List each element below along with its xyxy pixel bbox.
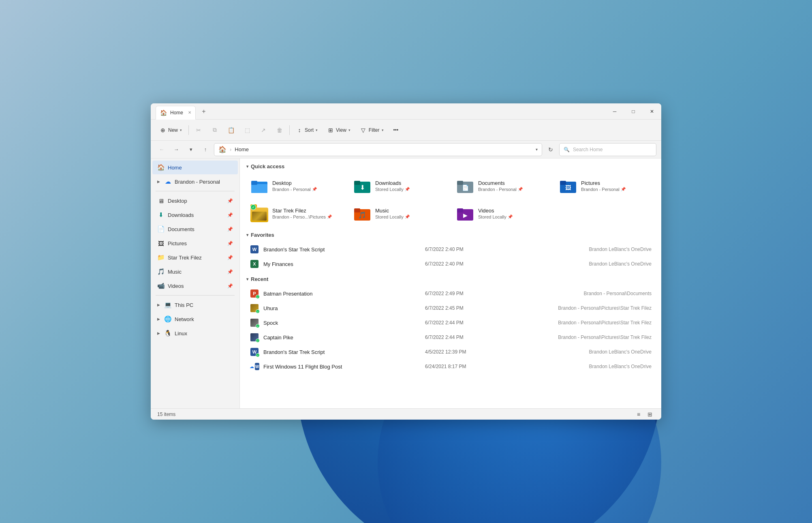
qa-music[interactable]: 🎵 Music Stored Locally 📌	[349, 201, 449, 225]
spock-status: ✓	[256, 324, 260, 328]
pictures-info: Pictures Brandon - Personal 📌	[581, 180, 626, 192]
sort-button[interactable]: ↕ Sort ▾	[292, 123, 322, 137]
quick-access-label: Quick access	[251, 163, 284, 169]
uhura-date: 6/7/2022 2:45 PM	[425, 305, 490, 311]
cut-button[interactable]: ✂	[191, 123, 206, 137]
sidebar-item-thispc[interactable]: ▶ 💻 This PC	[152, 298, 238, 312]
pictures-folder-icon: 🖼	[559, 177, 577, 195]
sidebar-item-linux[interactable]: ▶ 🐧 Linux	[152, 326, 238, 340]
videos-info: Videos Stored Locally 📌	[478, 208, 513, 219]
videos-icon: 📹	[157, 282, 165, 289]
batman-name: Batman Presentation	[263, 291, 421, 297]
finances-name: My Finances	[263, 261, 421, 267]
sidebar-item-music[interactable]: 🎵 Music 📌	[152, 265, 238, 279]
startrek-script2-icon: W ✓	[250, 347, 259, 357]
recent-header[interactable]: ▾ Recent	[246, 276, 655, 282]
address-chevron: ▾	[536, 147, 538, 152]
address-box[interactable]: 🏠 › Home ▾	[214, 143, 542, 156]
sidebar-item-documents[interactable]: 📄 Documents 📌	[152, 222, 238, 236]
sidebar-item-network[interactable]: ▶ 🌐 Network	[152, 312, 238, 326]
sidebar-item-desktop[interactable]: 🖥 Desktop 📌	[152, 194, 238, 208]
list-item-startrek-script2[interactable]: W ✓ Brandon's Star Trek Script 4/5/2022 …	[246, 345, 655, 359]
sidebar-item-home[interactable]: 🏠 Home	[152, 161, 238, 174]
minimize-button[interactable]: ─	[605, 105, 624, 118]
filter-button[interactable]: ▽ Filter ▾	[356, 123, 388, 137]
copy-icon: ⧉	[212, 127, 218, 133]
tab-close-icon[interactable]: ✕	[188, 110, 191, 115]
sidebar-item-brandon-personal[interactable]: ▶ ☁ Brandon - Personal	[152, 175, 238, 189]
tab-bar: 🏠 Home ✕ +	[156, 103, 605, 119]
list-item-startrek-script[interactable]: W Brandon's Star Trek Script 6/7/2022 2:…	[246, 242, 655, 257]
documents-pin: 📌	[518, 187, 523, 191]
favorites-header[interactable]: ▾ Favorites	[246, 232, 655, 238]
move-icon: ⬚	[244, 127, 250, 133]
sidebar-music-label: Music	[168, 269, 182, 275]
delete-button[interactable]: 🗑	[272, 123, 287, 137]
up-button[interactable]: ↑	[199, 144, 212, 156]
close-button[interactable]: ✕	[643, 105, 661, 118]
sidebar-item-startrek[interactable]: 📁 Star Trek Filez 📌	[152, 251, 238, 264]
search-box[interactable]: 🔍 Search Home	[559, 143, 656, 156]
quick-access-chevron: ▾	[246, 164, 248, 169]
refresh-button[interactable]: ↻	[545, 144, 557, 156]
list-item-finances[interactable]: X My Finances 6/7/2022 2:40 PM Brandon L…	[246, 257, 655, 271]
grid-view-button[interactable]: ⊞	[645, 409, 655, 419]
list-item-uhura[interactable]: ✓ Uhura 6/7/2022 2:45 PM Brandon - Perso…	[246, 301, 655, 315]
qa-desktop[interactable]: Desktop Brandon - Personal 📌	[246, 174, 346, 198]
pin-icon-music: 📌	[227, 269, 233, 274]
list-item-win11-blog[interactable]: ☁ W First Windows 11 Flight Blog Post 6/…	[246, 359, 655, 374]
new-button[interactable]: ⊕ New ▾	[156, 123, 186, 137]
linux-icon: 🐧	[164, 330, 171, 337]
svg-rect-3	[251, 181, 257, 185]
more-button[interactable]: •••	[389, 123, 403, 137]
qa-downloads[interactable]: ⬇ Downloads Stored Locally 📌	[349, 174, 449, 198]
list-item-spock[interactable]: ✓ Spock 6/7/2022 2:44 PM Brandon - Perso…	[246, 315, 655, 330]
list-item-captain-pike[interactable]: ✓ Captain Pike 6/7/2022 2:44 PM Brandon …	[246, 330, 655, 345]
qa-startrek[interactable]: ✓ Star Trek Filez Brandon - Perso...\Pic…	[246, 201, 346, 225]
batman-icon: P ✓	[250, 289, 259, 298]
sidebar: 🏠 Home ▶ ☁ Brandon - Personal 🖥 Desktop …	[151, 159, 240, 408]
startrek-script2-location: Brandon LeBlanc's OneDrive	[494, 349, 652, 355]
batman-date: 6/7/2022 2:49 PM	[425, 291, 490, 296]
expand-arrow-linux: ▶	[157, 331, 160, 335]
qa-documents[interactable]: 📄 Documents Brandon - Personal 📌	[452, 174, 552, 198]
paste-icon: 📋	[228, 127, 234, 133]
expand-arrow-thispc: ▶	[157, 303, 160, 307]
copy-button[interactable]: ⧉	[207, 123, 222, 137]
view-button[interactable]: ⊞ View ▾	[323, 123, 355, 137]
sidebar-home-label: Home	[168, 165, 182, 171]
forward-button[interactable]: →	[170, 144, 182, 156]
quick-access-header[interactable]: ▾ Quick access	[246, 163, 655, 169]
move-button[interactable]: ⬚	[240, 123, 254, 137]
sidebar-item-downloads[interactable]: ⬇ Downloads 📌	[152, 208, 238, 222]
list-item-batman[interactable]: P ✓ Batman Presentation 6/7/2022 2:49 PM…	[246, 286, 655, 301]
pike-name: Captain Pike	[263, 334, 421, 341]
paste-button[interactable]: 📋	[224, 123, 238, 137]
back-button[interactable]: ←	[156, 144, 168, 156]
qa-pictures[interactable]: 🖼 Pictures Brandon - Personal 📌	[555, 174, 655, 198]
batman-location: Brandon - Personal\Documents	[494, 291, 652, 296]
list-view-button[interactable]: ≡	[634, 409, 643, 419]
maximize-button[interactable]: □	[624, 105, 643, 118]
sidebar-network-label: Network	[175, 316, 194, 322]
finances-icon: X	[250, 259, 259, 269]
recent-section: ▾ Recent P ✓ Batman Presentation 6/7/202…	[246, 276, 655, 374]
sidebar-item-videos[interactable]: 📹 Videos 📌	[152, 279, 238, 293]
add-tab-button[interactable]: +	[197, 105, 210, 118]
pictures-pin: 📌	[621, 187, 626, 191]
active-tab[interactable]: 🏠 Home ✕	[156, 106, 196, 120]
music-folder-icon: 🎵	[353, 204, 371, 222]
dropdown-button[interactable]: ▾	[185, 144, 197, 156]
tab-home-icon: 🏠	[160, 109, 167, 116]
spock-location: Brandon - Personal\Pictures\Star Trek Fi…	[494, 320, 652, 326]
pike-status: ✓	[256, 339, 260, 343]
qa-videos[interactable]: ▶ Videos Stored Locally 📌	[452, 201, 552, 225]
view-controls: ≡ ⊞	[634, 409, 655, 419]
address-home-icon: 🏠	[218, 146, 227, 153]
pin-icon-documents: 📌	[227, 227, 233, 232]
sidebar-item-pictures[interactable]: 🖼 Pictures 📌	[152, 236, 238, 250]
sidebar-desktop-label: Desktop	[168, 198, 187, 204]
svg-text:⬇: ⬇	[360, 184, 365, 191]
filter-label: Filter	[369, 127, 380, 133]
share-button[interactable]: ↗	[256, 123, 271, 137]
